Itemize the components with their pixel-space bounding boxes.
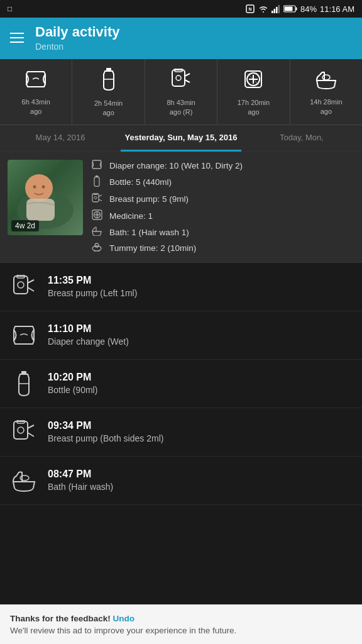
summary-bath-icon xyxy=(90,226,103,238)
activity-details-0: 11:35 PM Breast pump (Left 1ml) xyxy=(48,275,137,298)
pump-icon xyxy=(170,69,192,94)
activity-desc-1: Diaper change (Wet) xyxy=(48,336,129,347)
activity-bottle-icon-2 xyxy=(14,371,34,396)
summary-medicine-icon xyxy=(90,209,103,223)
summary-tummy-text: Tummy time: 2 (10min) xyxy=(109,243,196,253)
date-tab-prev[interactable]: May 14, 2016 xyxy=(0,125,121,152)
activity-item-2[interactable]: 10:20 PM Bottle (90ml) xyxy=(0,360,362,408)
summary-pump: Breast pump: 5 (9ml) xyxy=(90,193,354,206)
stat-medicine-time: 17h 20minago xyxy=(238,98,270,118)
activity-desc-3: Breast pump (Both sides 2ml) xyxy=(48,433,163,443)
wifi-icon xyxy=(258,4,268,13)
activity-list: 11:35 PM Breast pump (Left 1ml) 11:10 PM… xyxy=(0,263,362,505)
page-title: Daily activity xyxy=(35,24,120,40)
activity-desc-0: Breast pump (Left 1ml) xyxy=(48,288,137,298)
summary-bottle: Bottle: 5 (440ml) xyxy=(90,175,354,189)
activity-time-2: 10:20 PM xyxy=(48,372,97,383)
svg-point-48 xyxy=(18,427,24,433)
stat-bottle-time: 2h 54minago xyxy=(94,99,123,118)
summary-stats-list: Diaper change: 10 (Wet 10, Dirty 2) Bott… xyxy=(90,160,354,255)
svg-line-31 xyxy=(99,195,102,197)
status-bar: □ N 84% 11:16 AM xyxy=(0,0,362,18)
activity-icon-wrap-0 xyxy=(10,273,38,301)
stat-pump-time: 8h 43minago (R) xyxy=(167,98,195,118)
status-left-icon: □ xyxy=(8,4,12,13)
svg-point-26 xyxy=(42,185,45,188)
summary-pump-icon xyxy=(90,193,103,206)
time-display: 11:16 AM xyxy=(320,4,354,14)
day-summary: 4w 2d Diaper change: 10 (Wet 10, Dirty 2… xyxy=(0,152,362,263)
stat-bottle[interactable]: 2h 54minago xyxy=(72,59,145,125)
activity-item-1[interactable]: 11:10 PM Diaper change (Wet) xyxy=(0,311,362,360)
summary-bath: Bath: 1 (Hair wash 1) xyxy=(90,226,354,238)
stat-diaper[interactable]: 6h 43minago xyxy=(0,59,72,125)
activity-icon-wrap-1 xyxy=(10,321,38,349)
summary-bottle-icon xyxy=(90,175,103,189)
activity-time-1: 11:10 PM xyxy=(48,323,129,335)
activity-time-3: 09:34 PM xyxy=(48,420,163,431)
activity-details-2: 10:20 PM Bottle (90ml) xyxy=(48,372,97,395)
activity-item-4[interactable]: 08:47 PM Bath (Hair wash) xyxy=(0,457,362,505)
activity-time-4: 08:47 PM xyxy=(48,469,113,480)
activity-desc-2: Bottle (90ml) xyxy=(48,385,97,395)
svg-point-37 xyxy=(92,246,101,251)
stat-medicine[interactable]: 17h 20minago xyxy=(217,59,290,125)
svg-rect-2 xyxy=(272,11,273,13)
summary-bath-text: Bath: 1 (Hair wash 1) xyxy=(109,228,189,237)
activity-pump-icon-3 xyxy=(11,420,36,444)
activity-details-1: 11:10 PM Diaper change (Wet) xyxy=(48,323,129,347)
battery-percent: 84% xyxy=(300,4,317,14)
summary-bottle-text: Bottle: 5 (440ml) xyxy=(109,177,172,187)
header-text: Daily activity Denton xyxy=(35,24,120,52)
svg-point-13 xyxy=(176,75,181,80)
svg-line-15 xyxy=(185,80,190,82)
bath-icon xyxy=(314,69,338,94)
svg-line-43 xyxy=(28,287,34,291)
activity-desc-4: Bath (Hair wash) xyxy=(48,482,113,492)
summary-pump-text: Breast pump: 5 (9ml) xyxy=(109,194,189,204)
summary-diaper-icon xyxy=(90,160,103,172)
activity-icon-wrap-4 xyxy=(10,467,38,494)
summary-medicine-text: Medicine: 1 xyxy=(109,211,153,221)
summary-tummy: Tummy time: 2 (10min) xyxy=(90,242,354,255)
activity-icon-wrap-2 xyxy=(10,370,38,397)
menu-button[interactable] xyxy=(10,33,24,43)
svg-rect-46 xyxy=(14,421,28,439)
stat-bath-time: 14h 28minago xyxy=(310,97,342,117)
svg-line-14 xyxy=(185,74,190,76)
svg-rect-11 xyxy=(172,70,185,86)
feedback-line1: Thanks for the feedback! Undo xyxy=(10,614,352,623)
activity-diaper-icon-1 xyxy=(11,324,37,347)
quick-stats-bar: 6h 43minago 2h 54minago 8h 43minago (R) xyxy=(0,59,362,125)
activity-icon-wrap-3 xyxy=(10,418,38,446)
activity-bath-icon-4 xyxy=(11,469,37,492)
activity-time-0: 11:35 PM xyxy=(48,275,137,286)
battery-icon xyxy=(283,5,297,13)
summary-diaper-text: Diaper change: 10 (Wet 10, Dirty 2) xyxy=(109,161,243,170)
activity-item-3[interactable]: 09:34 PM Breast pump (Both sides 2ml) xyxy=(0,408,362,457)
date-tab-next[interactable]: Today, Mon, xyxy=(241,125,362,152)
svg-rect-24 xyxy=(26,199,55,221)
medicine-icon xyxy=(243,69,264,94)
svg-line-32 xyxy=(99,199,102,201)
feedback-line2: We'll review this ad to improve your exp… xyxy=(10,626,352,635)
date-navigation: May 14, 2016 Yesterday, Sun, May 15, 201… xyxy=(0,125,362,152)
svg-rect-39 xyxy=(14,276,28,294)
diaper-icon xyxy=(24,69,48,94)
profile-name: Denton xyxy=(35,42,120,52)
stat-bath[interactable]: 14h 28minago xyxy=(290,59,362,125)
svg-point-25 xyxy=(33,185,36,188)
feedback-undo-button[interactable]: Undo xyxy=(113,614,135,623)
svg-rect-4 xyxy=(276,7,278,13)
date-tab-current[interactable]: Yesterday, Sun, May 15, 2016 xyxy=(121,125,241,152)
feedback-toast: Thanks for the feedback! Undo We'll revi… xyxy=(0,604,362,644)
activity-item-0[interactable]: 11:35 PM Breast pump (Left 1ml) xyxy=(0,263,362,311)
stat-pump[interactable]: 8h 43minago (R) xyxy=(145,59,217,125)
svg-point-23 xyxy=(25,174,53,202)
status-icons: N 84% 11:16 AM xyxy=(245,4,354,14)
svg-line-49 xyxy=(28,425,34,428)
svg-rect-8 xyxy=(296,8,297,11)
summary-medicine: Medicine: 1 xyxy=(90,209,354,223)
activity-details-3: 09:34 PM Breast pump (Both sides 2ml) xyxy=(48,420,163,443)
svg-line-42 xyxy=(28,280,34,283)
